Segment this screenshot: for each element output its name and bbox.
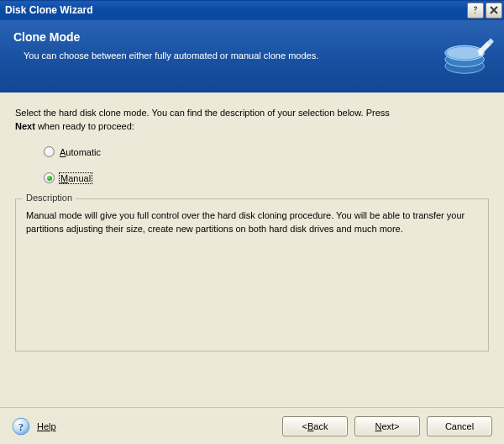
question-icon: [470, 5, 480, 15]
radio-icon: [44, 172, 55, 183]
help-button[interactable]: [467, 3, 484, 18]
instructions-line1: Select the hard disk clone mode. You can…: [15, 108, 489, 118]
banner-subtitle: You can choose between either fully auto…: [13, 50, 491, 61]
description-group: Description Manual mode will give you fu…: [15, 198, 489, 352]
radio-automatic[interactable]: Automatic: [44, 146, 489, 157]
help-link[interactable]: Help: [37, 421, 56, 431]
wizard-footer: ? Help < Back Next > Cancel: [0, 407, 504, 444]
svg-point-3: [447, 47, 483, 60]
radio-manual[interactable]: Manual: [44, 172, 489, 183]
titlebar: Disk Clone Wizard: [0, 0, 504, 20]
help-icon[interactable]: ?: [12, 417, 30, 436]
instructions-line2: Next when ready to proceed:: [15, 121, 489, 131]
svg-text:?: ?: [18, 420, 24, 432]
svg-point-4: [479, 51, 484, 56]
window-title: Disk Clone Wizard: [5, 4, 467, 16]
banner-title: Clone Mode: [13, 30, 491, 44]
close-icon: [489, 5, 499, 15]
wizard-banner: Clone Mode You can choose between either…: [0, 20, 504, 92]
description-text: Manual mode will give you full control o…: [26, 209, 478, 236]
description-legend: Description: [23, 193, 76, 203]
radio-manual-label: Manual: [60, 173, 92, 183]
radio-automatic-label: Automatic: [60, 147, 101, 157]
next-button[interactable]: Next >: [354, 416, 420, 436]
cancel-button[interactable]: Cancel: [427, 416, 492, 436]
back-button[interactable]: < Back: [282, 416, 348, 436]
radio-icon: [44, 146, 55, 157]
disk-clone-icon: [442, 27, 494, 79]
close-button[interactable]: [486, 3, 502, 18]
wizard-content: Select the hard disk clone mode. You can…: [0, 92, 504, 352]
